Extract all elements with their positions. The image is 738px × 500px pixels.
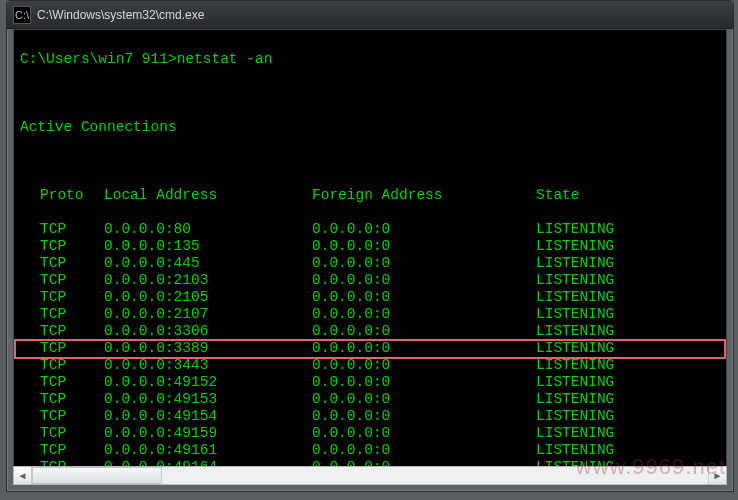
cell-foreign: 0.0.0.0:0 xyxy=(312,425,536,442)
console-output[interactable]: C:\Users\win7 911>netstat -an Active Con… xyxy=(14,30,726,466)
cell-foreign: 0.0.0.0:0 xyxy=(312,306,536,323)
cell-foreign: 0.0.0.0:0 xyxy=(312,323,536,340)
blank-line xyxy=(20,153,726,170)
scroll-left-button[interactable]: ◄ xyxy=(14,467,32,484)
cell-local: 0.0.0.0:49154 xyxy=(104,408,312,425)
cell-local: 0.0.0.0:2105 xyxy=(104,289,312,306)
cell-proto: TCP xyxy=(40,255,104,272)
cell-state: LISTENING xyxy=(536,306,614,323)
prompt-path: C:\Users\win7 911> xyxy=(20,51,177,67)
cell-proto: TCP xyxy=(40,391,104,408)
cell-local: 0.0.0.0:2107 xyxy=(104,306,312,323)
cell-proto: TCP xyxy=(40,323,104,340)
col-header-foreign: Foreign Address xyxy=(312,187,536,204)
cell-state: LISTENING xyxy=(536,289,614,306)
section-title: Active Connections xyxy=(20,119,177,135)
cell-foreign: 0.0.0.0:0 xyxy=(312,289,536,306)
cell-foreign: 0.0.0.0:0 xyxy=(312,374,536,391)
cell-local: 0.0.0.0:3443 xyxy=(104,357,312,374)
cell-local: 0.0.0.0:2103 xyxy=(104,272,312,289)
table-row: TCP0.0.0.0:21050.0.0.0:0LISTENING xyxy=(20,289,726,306)
table-row: TCP0.0.0.0:33060.0.0.0:0LISTENING xyxy=(20,323,726,340)
table-row: TCP0.0.0.0:491540.0.0.0:0LISTENING xyxy=(20,408,726,425)
cell-foreign: 0.0.0.0:0 xyxy=(312,340,536,357)
blank-line xyxy=(20,85,726,102)
cell-proto: TCP xyxy=(40,272,104,289)
table-row: TCP0.0.0.0:33890.0.0.0:0LISTENING xyxy=(20,340,726,357)
cell-foreign: 0.0.0.0:0 xyxy=(312,408,536,425)
cell-local: 0.0.0.0:49159 xyxy=(104,425,312,442)
table-row: TCP0.0.0.0:21030.0.0.0:0LISTENING xyxy=(20,272,726,289)
cell-state: LISTENING xyxy=(536,238,614,255)
window-title: C:\Windows\system32\cmd.exe xyxy=(37,8,204,22)
cell-proto: TCP xyxy=(40,425,104,442)
cell-foreign: 0.0.0.0:0 xyxy=(312,391,536,408)
table-row: TCP0.0.0.0:34430.0.0.0:0LISTENING xyxy=(20,357,726,374)
title-bar[interactable]: C:\ C:\Windows\system32\cmd.exe xyxy=(7,1,733,29)
cell-local: 0.0.0.0:445 xyxy=(104,255,312,272)
scroll-track[interactable] xyxy=(32,467,708,484)
cell-local: 0.0.0.0:3306 xyxy=(104,323,312,340)
cell-local: 0.0.0.0:49153 xyxy=(104,391,312,408)
arrow-left-icon: ◄ xyxy=(18,470,28,481)
cell-proto: TCP xyxy=(40,408,104,425)
cell-proto: TCP xyxy=(40,357,104,374)
cell-proto: TCP xyxy=(40,289,104,306)
horizontal-scrollbar[interactable]: ◄ ► xyxy=(13,466,727,485)
cell-state: LISTENING xyxy=(536,272,614,289)
cell-state: LISTENING xyxy=(536,425,614,442)
cell-local: 0.0.0.0:49161 xyxy=(104,442,312,459)
cell-proto: TCP xyxy=(40,374,104,391)
cell-state: LISTENING xyxy=(536,391,614,408)
cell-state: LISTENING xyxy=(536,340,614,357)
cell-foreign: 0.0.0.0:0 xyxy=(312,357,536,374)
table-row: TCP0.0.0.0:1350.0.0.0:0LISTENING xyxy=(20,238,726,255)
cell-state: LISTENING xyxy=(536,374,614,391)
cell-foreign: 0.0.0.0:0 xyxy=(312,442,536,459)
cell-local: 0.0.0.0:80 xyxy=(104,221,312,238)
table-row: TCP0.0.0.0:4450.0.0.0:0LISTENING xyxy=(20,255,726,272)
table-row: TCP0.0.0.0:800.0.0.0:0LISTENING xyxy=(20,221,726,238)
cell-state: LISTENING xyxy=(536,323,614,340)
cell-local: 0.0.0.0:3389 xyxy=(104,340,312,357)
table-row: TCP0.0.0.0:491520.0.0.0:0LISTENING xyxy=(20,374,726,391)
scroll-thumb[interactable] xyxy=(32,467,162,484)
cell-foreign: 0.0.0.0:0 xyxy=(312,272,536,289)
cell-proto: TCP xyxy=(40,221,104,238)
table-row: TCP0.0.0.0:491530.0.0.0:0LISTENING xyxy=(20,391,726,408)
cell-local: 0.0.0.0:135 xyxy=(104,238,312,255)
cmd-window: C:\ C:\Windows\system32\cmd.exe C:\Users… xyxy=(6,0,734,492)
prompt-command: netstat -an xyxy=(177,51,273,67)
table-row: TCP0.0.0.0:491590.0.0.0:0LISTENING xyxy=(20,425,726,442)
col-header-state: State xyxy=(536,187,580,204)
cell-foreign: 0.0.0.0:0 xyxy=(312,255,536,272)
col-header-proto: Proto xyxy=(40,187,104,204)
cell-proto: TCP xyxy=(40,442,104,459)
cell-proto: TCP xyxy=(40,306,104,323)
cell-state: LISTENING xyxy=(536,221,614,238)
col-header-local: Local Address xyxy=(104,187,312,204)
cell-local: 0.0.0.0:49152 xyxy=(104,374,312,391)
cell-state: LISTENING xyxy=(536,357,614,374)
scroll-right-button[interactable]: ► xyxy=(708,467,726,484)
cmd-icon: C:\ xyxy=(13,6,31,24)
cell-state: LISTENING xyxy=(536,442,614,459)
table-row: TCP0.0.0.0:21070.0.0.0:0LISTENING xyxy=(20,306,726,323)
cell-proto: TCP xyxy=(40,238,104,255)
table-row: TCP0.0.0.0:491610.0.0.0:0LISTENING xyxy=(20,442,726,459)
client-area: C:\Users\win7 911>netstat -an Active Con… xyxy=(13,29,727,467)
cell-foreign: 0.0.0.0:0 xyxy=(312,221,536,238)
cell-state: LISTENING xyxy=(536,408,614,425)
cell-state: LISTENING xyxy=(536,255,614,272)
cell-proto: TCP xyxy=(40,340,104,357)
arrow-right-icon: ► xyxy=(713,470,723,481)
cell-foreign: 0.0.0.0:0 xyxy=(312,238,536,255)
